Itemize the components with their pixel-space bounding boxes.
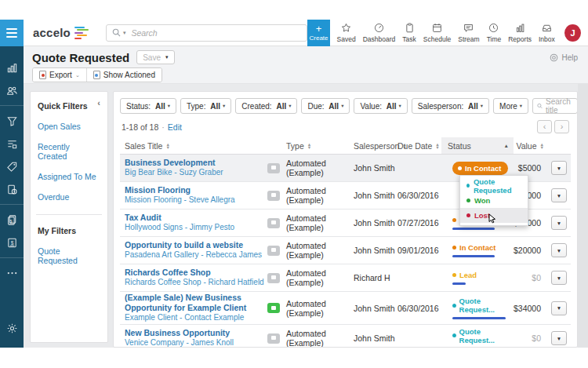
status-option-quote-requested[interactable]: Quote Requested — [460, 178, 528, 193]
user-avatar[interactable]: J — [564, 24, 581, 42]
header-toolbar: Export ⌄ Show Actioned — [32, 67, 162, 82]
row-actions-button[interactable]: ▼ — [551, 216, 567, 230]
nav-item-label: Schedule — [423, 35, 451, 43]
column-header-sales-title[interactable]: Sales Title ▲▼ — [125, 137, 267, 154]
divider — [0, 105, 24, 106]
filter-button-type[interactable]: Type: All▾ — [180, 98, 231, 114]
row-actions-button[interactable]: ▼ — [551, 188, 567, 202]
search-scope-caret-icon[interactable]: ▾ — [123, 30, 126, 36]
my-filter-link[interactable]: Quote Requested — [38, 246, 100, 265]
nav-item-dashboard[interactable]: Dashboard — [359, 23, 399, 43]
global-search-input[interactable]: ▾ Search — [106, 24, 307, 42]
sales-title-link[interactable]: Opportunity to build a website — [125, 240, 267, 250]
company-contact-link[interactable]: Hollywood Signs - Jimmy Pesto — [125, 223, 267, 233]
company-contact-link[interactable]: Example Client - Contact Example — [125, 313, 267, 323]
filter-button-more[interactable]: More▾ — [493, 98, 528, 114]
table-row[interactable]: Opportunity to build a websitePasadena A… — [120, 237, 571, 264]
table-row[interactable]: New Business OpportunityVenice Company -… — [120, 325, 571, 348]
settings-gear-icon[interactable] — [0, 318, 24, 338]
retainers-icon[interactable] — [0, 179, 24, 199]
type-icon-cell — [267, 303, 286, 313]
status-progress-bar — [452, 255, 495, 257]
nav-item-inbox[interactable]: Inbox — [535, 23, 559, 43]
export-label: Export — [49, 71, 72, 79]
scrollbar-track[interactable] — [578, 84, 588, 348]
sales-title-link[interactable]: Tax Audit — [125, 213, 267, 223]
tickets-tag-icon[interactable] — [0, 156, 24, 177]
sales-title-cell: Mission FlooringMission Flooring - Steve… — [125, 185, 267, 206]
sales-title-link[interactable]: Business Development — [125, 158, 267, 168]
quick-filter-link[interactable]: Recently Created — [38, 142, 100, 161]
help-button[interactable]: Help — [550, 53, 578, 62]
column-header-value[interactable]: Value ▲▼ — [514, 137, 547, 154]
row-actions-button[interactable]: ▼ — [551, 161, 567, 175]
column-spacer — [547, 137, 571, 154]
more-icon[interactable] — [0, 263, 24, 283]
hamburger-menu-button[interactable] — [0, 20, 24, 46]
invoices-icon[interactable]: $ — [0, 210, 24, 230]
save-button[interactable]: Save ▾ — [136, 50, 174, 64]
nav-item-time[interactable]: Time — [483, 23, 505, 43]
sales-title-link[interactable]: (Example Sale) New Business Opportunity … — [125, 293, 267, 313]
show-actioned-button[interactable]: Show Actioned — [86, 68, 162, 82]
projects-icon[interactable] — [0, 133, 24, 154]
company-contact-link[interactable]: Venice Company - James Knoll — [125, 338, 267, 348]
company-contact-link[interactable]: Pasadena Art Gallery - Rebecca James — [125, 250, 267, 261]
company-contact-link[interactable]: Richards Coffee Shop - Richard Hatfield — [125, 278, 267, 288]
quick-filter-link[interactable]: Assigned To Me — [38, 172, 100, 181]
next-page-button[interactable]: › — [554, 120, 569, 133]
table-row[interactable]: Richards Coffee ShopRichards Coffee Shop… — [120, 264, 571, 292]
export-button[interactable]: Export ⌄ — [33, 68, 86, 82]
filter-button-created[interactable]: Created: All▾ — [235, 98, 297, 114]
row-actions-button[interactable]: ▼ — [551, 271, 567, 285]
status-label[interactable]: In Contact — [452, 243, 495, 252]
collapse-panel-icon[interactable]: ‹ — [97, 98, 100, 107]
status-dot — [466, 199, 470, 202]
filter-button-status[interactable]: Status: All▾ — [120, 98, 176, 114]
sales-title-link[interactable]: Richards Coffee Shop — [125, 268, 267, 278]
due-date-cell: 09/01/2016 — [397, 246, 441, 255]
nav-item-schedule[interactable]: Schedule — [419, 23, 454, 43]
chat-bubble-icon — [267, 303, 280, 313]
row-actions-button[interactable]: ▼ — [551, 243, 567, 257]
company-contact-link[interactable]: Big Bear Bike - Suzy Graber — [125, 168, 267, 178]
row-actions-button[interactable]: ▼ — [551, 331, 567, 345]
create-button[interactable]: + Create — [307, 20, 330, 46]
divider — [0, 257, 24, 258]
sales-funnel-icon[interactable] — [0, 111, 24, 131]
quick-filter-link[interactable]: Overdue — [38, 192, 100, 202]
edit-columns-link[interactable]: Edit — [168, 122, 182, 132]
status-option-won[interactable]: Won — [460, 193, 528, 208]
filter-button-salesperson[interactable]: Salesperson: All▾ — [412, 98, 489, 114]
nav-item-stream[interactable]: Stream — [455, 23, 483, 43]
column-header-status[interactable]: Status ▲ — [441, 137, 514, 154]
sales-title-cell: (Example Sale) New Business Opportunity … — [125, 293, 267, 323]
quick-filter-link[interactable]: Open Sales — [38, 122, 100, 131]
status-option-lost[interactable]: Lost — [460, 208, 528, 223]
table-row[interactable]: (Example Sale) New Business Opportunity … — [120, 292, 571, 325]
nav-item-task[interactable]: Task — [399, 23, 419, 43]
sales-title-link[interactable]: Mission Flooring — [125, 185, 267, 195]
company-contact-link[interactable]: Mission Flooring - Steve Allegra — [125, 195, 267, 206]
logo-bar — [74, 27, 85, 28]
nav-item-reports[interactable]: Reports — [505, 23, 535, 43]
activity-chart-icon[interactable] — [0, 57, 24, 78]
status-pill[interactable]: In Contact — [452, 162, 508, 175]
filter-button-value[interactable]: Value: All▾ — [354, 98, 407, 114]
sales-title-link[interactable]: New Business Opportunity — [125, 328, 267, 338]
save-label: Save — [143, 53, 161, 62]
filter-button-due[interactable]: Due: All▾ — [301, 98, 350, 114]
column-header-due-date[interactable]: Due Date ▲▼ — [397, 137, 441, 154]
contacts-icon[interactable] — [0, 80, 24, 100]
column-header-type[interactable]: Type ▲▼ — [286, 137, 354, 154]
status-label[interactable]: Quote Request... — [452, 327, 514, 344]
row-actions-button[interactable]: ▼ — [551, 301, 567, 315]
chat-bubble-icon — [267, 218, 280, 228]
nav-item-saved[interactable]: Saved — [333, 23, 359, 43]
status-label[interactable]: Lead — [452, 271, 477, 279]
title-search-input[interactable]: Search title — [532, 98, 578, 114]
prev-page-button[interactable]: ‹ — [537, 120, 552, 133]
payments-icon[interactable]: $ — [0, 232, 24, 253]
column-header-salesperson[interactable]: Salesperson ▲▼ — [354, 137, 397, 154]
status-label[interactable]: Quote Request... — [452, 297, 514, 314]
